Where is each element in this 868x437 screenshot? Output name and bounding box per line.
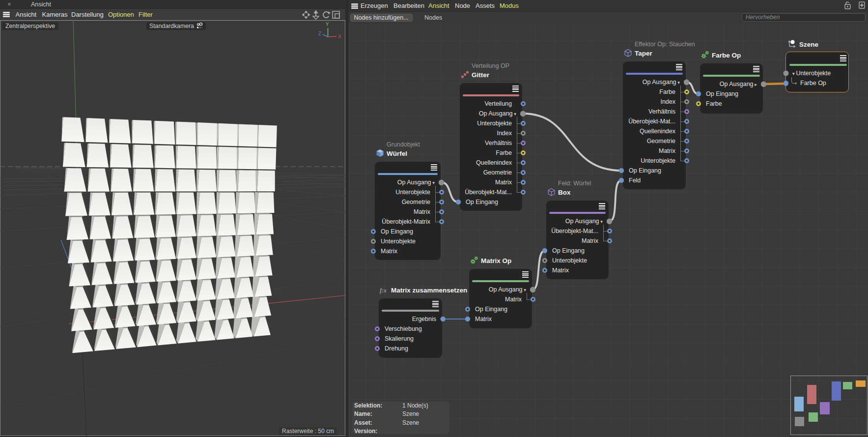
svg-text:Z: Z — [318, 31, 321, 36]
svg-text:Y: Y — [326, 22, 329, 27]
svg-text:X: X — [338, 34, 341, 39]
